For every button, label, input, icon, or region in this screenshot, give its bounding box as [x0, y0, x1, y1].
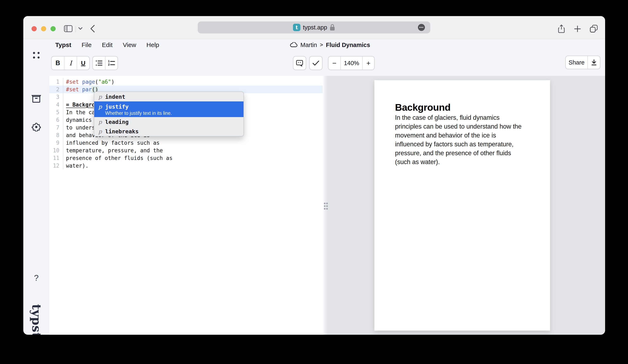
browser-toolbar: t typst.app ••• [23, 16, 605, 39]
menu-edit[interactable]: Edit [102, 41, 113, 48]
typst-logo: typst [29, 302, 44, 335]
zoom-out-button[interactable]: − [328, 57, 340, 70]
code-text: temperature, pressure, and the [63, 147, 163, 153]
code-line-9[interactable]: 9influenced by factors such as [49, 139, 323, 146]
zoom-in-button[interactable]: + [362, 57, 374, 70]
line-number: 4 [49, 101, 63, 108]
check-icon [312, 60, 319, 66]
code-text: water). [63, 163, 89, 169]
gear-icon[interactable] [23, 122, 49, 132]
site-favicon: t [293, 24, 300, 31]
autocomplete-item-linebreaks[interactable]: plinebreaks [94, 127, 243, 136]
code-text: influenced by factors such as [63, 140, 159, 146]
line-number: 11 [49, 154, 63, 162]
line-number: 12 [49, 162, 63, 169]
code-text: presence of other fluids (such as [63, 155, 172, 161]
breadcrumb-separator: > [320, 42, 323, 48]
line-number: 5 [49, 108, 63, 116]
browser-window: t typst.app ••• [23, 16, 605, 335]
svg-text:1: 1 [108, 60, 110, 63]
comment-button[interactable] [293, 56, 306, 70]
zoom-controls: − 140% + [328, 56, 375, 70]
comment-icon [296, 60, 303, 66]
app-menu-bar: TypstFileEditViewHelp [55, 40, 159, 50]
autocomplete-dropdown: pindentpjustifyWhether to justify text i… [94, 91, 244, 137]
apps-grid-icon[interactable] [23, 51, 49, 60]
svg-text:2: 2 [108, 63, 110, 66]
line-number: 9 [49, 139, 63, 146]
share-safari-icon[interactable] [558, 24, 565, 33]
list-style-group: 1 2 [92, 56, 118, 70]
download-icon [591, 59, 597, 66]
tab-overview-icon[interactable] [590, 25, 598, 33]
address-bar[interactable]: t typst.app ••• [198, 21, 430, 33]
zoom-level: 140% [340, 57, 362, 70]
code-line-10[interactable]: 10temperature, pressure, and the [49, 146, 323, 154]
code-text: #set page("a6") [63, 79, 114, 85]
line-number: 2 [49, 85, 63, 93]
document-page: Background In the case of glaciers, flui… [374, 80, 550, 331]
resize-handle-icon[interactable] [323, 202, 328, 210]
share-group: Share [565, 56, 600, 69]
back-icon[interactable] [90, 25, 95, 33]
menu-typst[interactable]: Typst [55, 41, 71, 48]
share-button[interactable]: Share [566, 56, 587, 69]
chevron-down-icon[interactable] [78, 27, 83, 30]
line-number: 1 [49, 78, 63, 85]
autocomplete-item-indent[interactable]: pindent [94, 92, 243, 101]
line-number: 10 [49, 146, 63, 154]
menu-file[interactable]: File [82, 41, 91, 48]
breadcrumb: Martin > Fluid Dynamics [290, 40, 370, 50]
toolbar-divider [76, 26, 76, 32]
minimize-window-button[interactable] [41, 26, 46, 31]
breadcrumb-workspace[interactable]: Martin [300, 42, 317, 48]
preview-paragraph: In the case of glaciers, fluid dynamicsp… [395, 113, 535, 166]
text-style-group: B I U [51, 56, 90, 70]
archive-box-icon[interactable] [23, 95, 49, 103]
window-controls [32, 26, 56, 31]
numbered-list-icon[interactable]: 1 2 [105, 57, 118, 70]
maximize-window-button[interactable] [51, 26, 56, 31]
autocomplete-description: Whether to justify text in its line. [105, 110, 243, 116]
page-settings-icon[interactable]: ••• [418, 24, 425, 31]
close-window-button[interactable] [32, 26, 37, 31]
bold-button[interactable]: B [52, 57, 64, 70]
line-number: 6 [49, 116, 63, 124]
line-number: 7 [49, 124, 63, 131]
preview-pane: Background In the case of glaciers, flui… [328, 76, 605, 335]
code-line-1[interactable]: 1#set page("a6") [49, 78, 323, 85]
compile-status-button[interactable] [309, 56, 322, 70]
preview-heading: Background [395, 102, 451, 113]
address-text: typst.app [303, 24, 327, 31]
autocomplete-item-justify[interactable]: pjustifyWhether to justify text in its l… [94, 101, 243, 117]
sidebar-toggle-icon[interactable] [64, 25, 73, 32]
code-line-11[interactable]: 11presence of other fluids (such as [49, 154, 323, 162]
line-number: 3 [49, 93, 63, 101]
lock-icon [330, 24, 335, 31]
underline-button[interactable]: U [77, 57, 89, 70]
bullet-list-icon[interactable] [93, 57, 105, 70]
download-button[interactable] [587, 56, 600, 69]
code-text: #set par() [63, 86, 98, 92]
breadcrumb-document: Fluid Dynamics [326, 42, 370, 48]
cloud-icon [290, 42, 298, 48]
new-tab-icon[interactable] [574, 26, 581, 32]
menu-view[interactable]: View [123, 41, 136, 48]
code-line-12[interactable]: 12water). [49, 162, 323, 169]
line-number: 8 [49, 131, 63, 139]
help-icon[interactable]: ? [23, 273, 49, 283]
menu-help[interactable]: Help [146, 41, 159, 48]
autocomplete-item-leading[interactable]: pleading [94, 117, 243, 127]
italic-button[interactable]: I [64, 57, 77, 70]
